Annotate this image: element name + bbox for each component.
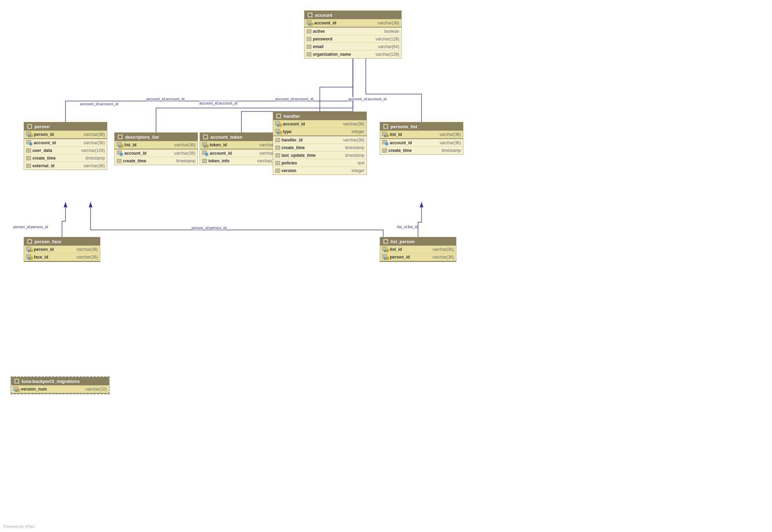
field-icon-pkfk	[382, 254, 388, 260]
field-handler-type-name: type	[283, 129, 292, 134]
table-personface-name: person_face	[34, 239, 61, 244]
field-icon-pkfk	[382, 247, 388, 252]
table-person[interactable]: ⊞ person person_id varchar(36) account	[24, 122, 107, 170]
table-person-fields: account_id varchar(36) user_data varchar…	[24, 139, 107, 170]
field-row: create_time timestamp	[380, 147, 463, 154]
field-personslist-createtime-name: create_time	[388, 148, 412, 153]
field-personslist-listid-type: varchar(36)	[437, 132, 461, 137]
field-email-name: email	[313, 44, 324, 49]
table-icon: ⊞	[203, 134, 208, 140]
field-createtime-type: timestamp	[83, 156, 105, 161]
table-handler-header: ⊞ handler	[273, 112, 366, 120]
field-handlerid-name: handler_id	[281, 138, 303, 142]
table-migrations-name: luna-backport3_migrations	[22, 379, 80, 384]
table-icon: ⊞	[383, 124, 388, 129]
field-row: list_id varchar(36)	[380, 131, 463, 138]
field-icon-pkfk	[382, 132, 388, 137]
field-row: account_id varchar(36)	[24, 139, 107, 147]
diagram-container: account_id:account_id account_id:account…	[0, 0, 772, 532]
field-email-type: varchar(64)	[375, 44, 399, 49]
field-icon-fk	[202, 151, 208, 156]
table-descriptors-header: ⊞ descriptors_list	[115, 133, 198, 141]
table-account[interactable]: ⊞ account account_id varchar(36) active …	[304, 10, 402, 59]
table-token-fields: account_id varchar(36) token_info varcha…	[200, 149, 283, 165]
rel-label-token-account: account_id:account_id	[199, 101, 237, 105]
field-row: account_id varchar(36)	[115, 149, 198, 157]
field-person-id-type: varchar(36)	[81, 132, 105, 137]
table-descriptors-list[interactable]: ⊞ descriptors_list list_id varchar(36)	[114, 132, 198, 165]
field-icon-fk	[382, 140, 388, 146]
field-handler-createtime-name: create_time	[281, 145, 305, 150]
field-faceid-type: varchar(36)	[74, 255, 98, 260]
table-account-header: ⊞ account	[304, 11, 401, 19]
field-personslist-listid-name: list_id	[390, 132, 402, 137]
table-list-person[interactable]: ⊞ list_person list_id varchar(36) per	[380, 237, 456, 262]
table-handler-fields: handler_id varchar(36) create_time times…	[273, 136, 366, 175]
field-lastupdatetime-name: last_update_time	[281, 153, 316, 158]
field-icon-normal	[382, 148, 387, 153]
field-row: handler_id varchar(36)	[273, 136, 366, 144]
table-personslist-fields: account_id varchar(36) create_time times…	[380, 139, 463, 154]
table-account-token[interactable]: ⊞ account_token token_id varchar(36) a	[200, 132, 283, 165]
field-row: last_update_time timestamp	[273, 152, 366, 159]
field-row: email varchar(64)	[304, 43, 401, 51]
table-handler[interactable]: ⊞ handler account_id varchar(36) type	[273, 111, 367, 175]
field-icon-normal	[307, 45, 311, 49]
table-account-pk: account_id varchar(36)	[304, 19, 401, 28]
field-icon-normal	[307, 52, 311, 56]
table-personface-pk: person_id varchar(36) face_id varchar(36…	[24, 246, 100, 262]
table-icon: ⊞	[14, 378, 20, 384]
field-icon-pkfk	[307, 20, 313, 26]
field-icon-normal	[26, 148, 31, 153]
field-desc-accountid-type: varchar(36)	[171, 151, 195, 156]
field-row: account_id varchar(36)	[304, 19, 401, 27]
rel-label-person-account: account_id:account_id	[80, 102, 118, 106]
field-icon-fk	[26, 140, 32, 146]
field-icon-normal	[307, 37, 311, 41]
field-icon-pkfk	[275, 129, 281, 134]
field-icon-pkfk	[26, 132, 32, 137]
field-versionnum-name: version_num	[21, 387, 47, 392]
field-row: account_id varchar(36)	[273, 120, 366, 128]
field-row: list_id varchar(36)	[380, 246, 456, 253]
table-personface-header: ⊞ person_face	[24, 237, 100, 246]
field-row: user_data varchar(128)	[24, 147, 107, 154]
field-row: active boolean	[304, 28, 401, 35]
field-listperson-personid-name: person_id	[390, 255, 410, 260]
field-policies-name: policies	[281, 161, 297, 165]
table-person-pk: person_id varchar(36)	[24, 131, 107, 139]
field-active-name: active	[313, 29, 325, 34]
field-personslist-createtime-type: timestamp	[439, 148, 461, 153]
table-descriptors-pk: list_id varchar(36)	[115, 141, 198, 149]
table-icon: ⊞	[383, 239, 388, 244]
table-icon: ⊞	[117, 134, 123, 140]
field-row: token_info varchar(128)	[200, 157, 283, 165]
field-person-accountid-name: account_id	[34, 140, 56, 145]
table-descriptors-fields: account_id varchar(36) create_time times…	[115, 149, 198, 165]
field-listperson-listid-name: list_id	[390, 247, 402, 252]
field-token-accountid-name: account_id	[210, 151, 232, 156]
relationships-svg	[0, 0, 772, 532]
field-icon-normal	[275, 153, 280, 157]
table-personslist-pk: list_id varchar(36)	[380, 131, 463, 139]
table-personslist-header: ⊞ persons_list	[380, 122, 463, 131]
table-descriptors-name: descriptors_list	[125, 134, 159, 140]
field-handler-accountid-name: account_id	[283, 122, 305, 126]
field-userdata-type: varchar(128)	[78, 148, 105, 153]
table-handler-name: handler	[284, 114, 300, 119]
table-persons-list[interactable]: ⊞ persons_list list_id varchar(36) acc	[380, 122, 463, 155]
field-row: type integer	[273, 128, 366, 136]
table-migrations[interactable]: ⊞ luna-backport3_migrations version_num …	[10, 376, 110, 394]
field-listid-type: varchar(36)	[171, 142, 195, 147]
table-token-pk: token_id varchar(36)	[200, 141, 283, 149]
field-lastupdatetime-type: timestamp	[342, 153, 364, 158]
field-handler-createtime-type: timestamp	[342, 145, 364, 150]
table-listperson-header: ⊞ list_person	[380, 237, 456, 246]
table-icon: ⊞	[27, 124, 32, 129]
rel-label-descriptors-account: account_id:account_id	[146, 97, 184, 101]
field-version-type: integer	[349, 168, 364, 173]
field-active-type: boolean	[381, 29, 399, 34]
field-personslist-accountid-type: varchar(36)	[437, 140, 461, 145]
field-person-id-name: person_id	[34, 132, 54, 137]
table-person-face[interactable]: ⊞ person_face person_id varchar(36) f	[24, 237, 100, 262]
